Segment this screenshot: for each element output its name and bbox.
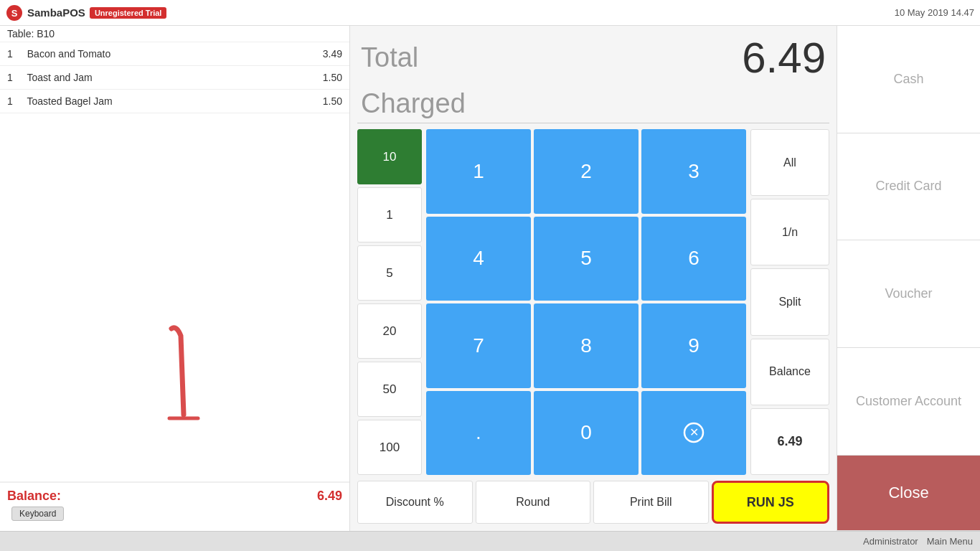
balance-label: Balance:	[7, 489, 61, 504]
balance-bar: Balance: 6.49	[0, 481, 349, 509]
item-qty: 1	[7, 95, 22, 107]
balance-value: 6.49	[317, 489, 342, 504]
bottom-actions: Discount %RoundPrint BillRUN JS	[357, 481, 829, 524]
numpad-button-4[interactable]: 4	[426, 217, 531, 301]
app-name: SambaPOS	[27, 6, 85, 19]
clear-button[interactable]: ✕	[641, 391, 746, 476]
payment-method-button[interactable]: Customer Account	[837, 348, 980, 456]
center-panel: Total 6.49 Charged 10152050100 123456789…	[350, 26, 837, 531]
numpad-button-5[interactable]: 5	[534, 217, 639, 301]
total-label: Total	[361, 42, 418, 73]
action-button[interactable]: Print Bill	[593, 481, 709, 524]
side-action-button[interactable]: Balance	[750, 339, 829, 405]
keyboard-button[interactable]: Keyboard	[11, 507, 64, 521]
numpad-button-9[interactable]: 9	[641, 303, 746, 388]
run-js-button[interactable]: RUN JS	[712, 481, 830, 524]
trial-badge: Unregistered Trial	[90, 7, 167, 19]
main-area: Table: B10 1 Bacon and Tomato 3.49 1 Toa…	[0, 26, 980, 531]
svg-text:S: S	[11, 8, 18, 19]
order-items-list: 1 Bacon and Tomato 3.49 1 Toast and Jam …	[0, 42, 349, 262]
footer: Administrator Main Menu	[0, 531, 980, 551]
quick-amount-button[interactable]: 50	[357, 362, 422, 417]
quick-amount-button[interactable]: 1	[357, 187, 422, 242]
charged-label: Charged	[361, 88, 466, 119]
item-price: 3.49	[323, 48, 342, 60]
total-section: Total 6.49	[357, 33, 829, 83]
main-menu-link[interactable]: Main Menu	[927, 536, 973, 547]
item-name: Toasted Bagel Jam	[22, 95, 323, 107]
amount-display: 6.49	[750, 408, 829, 475]
decimal-button[interactable]: .	[426, 391, 531, 476]
quick-amount-button[interactable]: 20	[357, 303, 422, 359]
numpad-button-6[interactable]: 6	[641, 217, 746, 301]
logo-area: S SambaPOS Unregistered Trial	[6, 4, 166, 22]
left-panel: Table: B10 1 Bacon and Tomato 3.49 1 Toa…	[0, 26, 350, 531]
payment-method-button[interactable]: Cash	[837, 26, 980, 133]
quick-amount-button[interactable]: 10	[357, 129, 422, 184]
datetime: 10 May 2019 14.47	[895, 7, 974, 18]
list-item: 1 Bacon and Tomato 3.49	[0, 42, 349, 66]
list-item: 1 Toasted Bagel Jam 1.50	[0, 90, 349, 113]
sambapos-logo-icon: S	[6, 4, 23, 22]
numpad-button-8[interactable]: 8	[534, 303, 639, 388]
numpad-button-0[interactable]: 0	[534, 391, 639, 476]
close-button[interactable]: Close	[837, 456, 980, 531]
handwritten-number	[132, 307, 218, 436]
right-panel: CashCredit CardVoucherCustomer AccountCl…	[837, 26, 980, 531]
item-name: Toast and Jam	[22, 72, 323, 83]
quick-amount-button[interactable]: 5	[357, 245, 422, 301]
handwritten-area	[0, 262, 349, 481]
payment-method-button[interactable]: Credit Card	[837, 133, 980, 241]
action-button[interactable]: Discount %	[357, 481, 473, 524]
numpad-button-3[interactable]: 3	[641, 129, 746, 214]
item-price: 1.50	[323, 72, 342, 83]
number-grid: 123456789.0✕	[426, 129, 746, 475]
admin-link[interactable]: Administrator	[863, 536, 918, 547]
payment-method-button[interactable]: Voucher	[837, 240, 980, 348]
numpad-button-2[interactable]: 2	[534, 129, 639, 214]
side-action-button[interactable]: 1/n	[750, 199, 829, 265]
side-action-button[interactable]: All	[750, 129, 829, 196]
svg-text:✕: ✕	[689, 426, 699, 438]
charged-section: Charged	[357, 88, 829, 123]
numpad-button-7[interactable]: 7	[426, 303, 531, 388]
total-value: 6.49	[742, 33, 826, 83]
action-button[interactable]: Round	[476, 481, 591, 524]
item-name: Bacon and Tomato	[22, 48, 323, 60]
quick-amounts: 10152050100	[357, 129, 422, 475]
table-info: Table: B10	[0, 26, 349, 42]
item-price: 1.50	[323, 95, 342, 107]
numpad-button-1[interactable]: 1	[426, 129, 531, 214]
side-action-button[interactable]: Split	[750, 268, 829, 335]
item-qty: 1	[7, 72, 22, 83]
item-qty: 1	[7, 48, 22, 60]
list-item: 1 Toast and Jam 1.50	[0, 66, 349, 90]
numpad-container: 10152050100 123456789.0✕ All1/nSplitBala…	[357, 129, 829, 475]
side-actions: All1/nSplitBalance6.49	[750, 129, 829, 475]
quick-amount-button[interactable]: 100	[357, 420, 422, 475]
top-bar: S SambaPOS Unregistered Trial 10 May 201…	[0, 0, 980, 26]
